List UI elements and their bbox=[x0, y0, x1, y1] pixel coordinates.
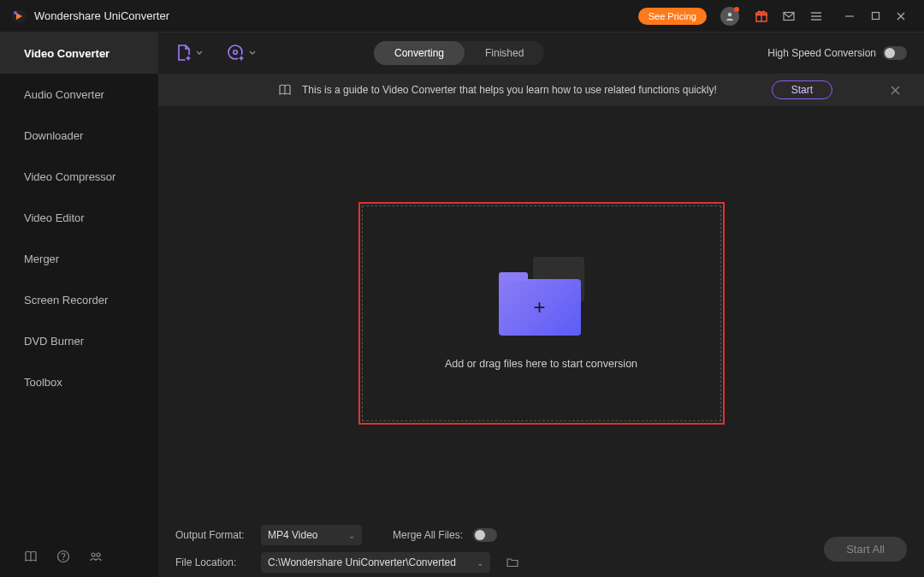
gift-icon[interactable] bbox=[749, 4, 773, 28]
user-avatar-icon[interactable] bbox=[720, 7, 739, 26]
sidebar-item-downloader[interactable]: Downloader bbox=[0, 115, 158, 156]
community-icon[interactable] bbox=[89, 550, 103, 563]
guide-start-button[interactable]: Start bbox=[772, 80, 832, 99]
minimize-button[interactable] bbox=[837, 4, 862, 28]
add-file-button[interactable] bbox=[175, 44, 203, 62]
sidebar-item-label: Video Converter bbox=[24, 47, 110, 60]
sidebar-item-label: Video Compressor bbox=[24, 170, 116, 183]
sidebar-item-label: Video Editor bbox=[24, 211, 85, 224]
sidebar-item-screen-recorder[interactable]: Screen Recorder bbox=[0, 279, 158, 320]
menu-icon[interactable] bbox=[804, 4, 828, 28]
sidebar-item-label: DVD Burner bbox=[24, 335, 84, 348]
tab-converting[interactable]: Converting bbox=[374, 41, 465, 65]
book-icon bbox=[278, 83, 292, 97]
sidebar-item-label: Audio Converter bbox=[24, 88, 104, 101]
folder-icon: + bbox=[499, 257, 584, 336]
sidebar-item-label: Merger bbox=[24, 253, 59, 265]
close-button[interactable] bbox=[888, 4, 914, 28]
open-folder-icon[interactable] bbox=[506, 556, 519, 569]
svg-point-1 bbox=[14, 11, 17, 15]
toolbar: Converting Finished High Speed Conversio… bbox=[158, 33, 924, 74]
titlebar: Wondershare UniConverter See Pricing bbox=[0, 0, 924, 33]
sidebar-item-audio-converter[interactable]: Audio Converter bbox=[0, 74, 158, 115]
chevron-down-icon bbox=[249, 50, 256, 57]
svg-rect-11 bbox=[872, 13, 879, 20]
sidebar-item-video-compressor[interactable]: Video Compressor bbox=[0, 156, 158, 197]
sidebar: Video Converter Audio Converter Download… bbox=[0, 33, 158, 577]
output-format-select[interactable]: MP4 Video ⌄ bbox=[261, 525, 362, 545]
sidebar-item-toolbox[interactable]: Toolbox bbox=[0, 361, 158, 402]
maximize-button[interactable] bbox=[862, 4, 888, 28]
see-pricing-button[interactable]: See Pricing bbox=[638, 8, 707, 25]
chevron-down-icon: ⌄ bbox=[477, 558, 483, 568]
sidebar-item-label: Screen Recorder bbox=[24, 294, 108, 306]
highlight-annotation: + Add or drag files here to start conver… bbox=[358, 202, 725, 425]
dropzone[interactable]: + Add or drag files here to start conver… bbox=[362, 205, 721, 421]
file-location-label: File Location: bbox=[175, 556, 251, 568]
app-logo bbox=[10, 8, 27, 25]
svg-point-2 bbox=[728, 12, 732, 15]
svg-point-17 bbox=[92, 553, 95, 556]
bottom-bar: Output Format: MP4 Video ⌄ Merge All Fil… bbox=[158, 520, 924, 577]
guide-bar: This is a guide to Video Converter that … bbox=[158, 74, 924, 106]
status-tabs: Converting Finished bbox=[374, 41, 544, 65]
start-all-button[interactable]: Start All bbox=[824, 537, 907, 562]
high-speed-toggle[interactable] bbox=[883, 46, 907, 60]
chevron-down-icon bbox=[196, 50, 203, 57]
guide-close-button[interactable] bbox=[884, 86, 907, 95]
guide-text: This is a guide to Video Converter that … bbox=[302, 84, 717, 96]
guide-book-icon[interactable] bbox=[24, 550, 38, 563]
output-format-value: MP4 Video bbox=[268, 529, 317, 541]
tab-finished[interactable]: Finished bbox=[465, 41, 544, 65]
sidebar-item-merger[interactable]: Merger bbox=[0, 238, 158, 279]
sidebar-item-label: Toolbox bbox=[24, 376, 62, 389]
chevron-down-icon: ⌄ bbox=[348, 531, 355, 540]
sidebar-item-dvd-burner[interactable]: DVD Burner bbox=[0, 320, 158, 361]
sidebar-item-video-editor[interactable]: Video Editor bbox=[0, 197, 158, 238]
dropzone-text: Add or drag files here to start conversi… bbox=[445, 358, 637, 370]
merge-label: Merge All Files: bbox=[393, 529, 463, 541]
file-location-value: C:\Wondershare UniConverter\Converted bbox=[268, 556, 456, 568]
high-speed-label: High Speed Conversion bbox=[767, 47, 876, 59]
svg-point-23 bbox=[234, 51, 237, 54]
sidebar-item-label: Downloader bbox=[24, 129, 83, 142]
svg-point-16 bbox=[62, 559, 64, 561]
sidebar-item-video-converter[interactable]: Video Converter bbox=[0, 33, 158, 74]
help-icon[interactable] bbox=[56, 550, 70, 563]
content-area: + Add or drag files here to start conver… bbox=[158, 106, 924, 520]
app-title: Wondershare UniConverter bbox=[34, 9, 169, 22]
svg-point-18 bbox=[97, 553, 100, 556]
merge-all-toggle[interactable] bbox=[473, 528, 497, 542]
output-format-label: Output Format: bbox=[175, 529, 251, 541]
mail-icon[interactable] bbox=[777, 4, 801, 28]
file-location-select[interactable]: C:\Wondershare UniConverter\Converted ⌄ bbox=[261, 552, 490, 573]
main-panel: Converting Finished High Speed Conversio… bbox=[158, 33, 924, 577]
add-disc-button[interactable] bbox=[227, 44, 256, 62]
notification-dot-icon bbox=[734, 7, 739, 12]
